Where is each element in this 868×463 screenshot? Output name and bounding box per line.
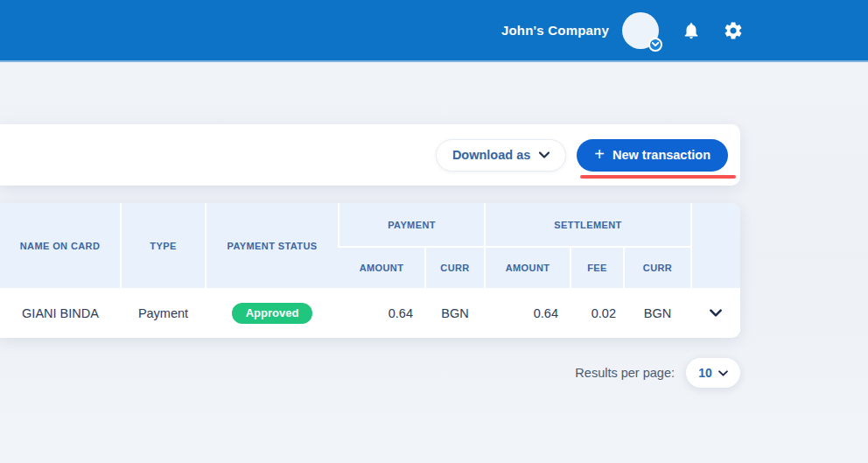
cell-payment-curr: BGN bbox=[425, 288, 485, 338]
new-transaction-label: New transaction bbox=[612, 148, 710, 162]
cell-name-on-card: GIANI BINDA bbox=[0, 288, 121, 338]
column-header-expand bbox=[691, 203, 740, 288]
table-row[interactable]: GIANI BINDA Payment Approved 0.64 BGN 0.… bbox=[0, 288, 740, 338]
plus-icon: + bbox=[594, 145, 605, 163]
column-header-settlement-curr: CURR bbox=[624, 247, 691, 288]
download-as-label: Download as bbox=[452, 148, 530, 162]
chevron-down-icon bbox=[718, 370, 728, 376]
results-per-page-value: 10 bbox=[698, 366, 712, 380]
results-per-page-select[interactable]: 10 bbox=[686, 358, 740, 388]
chevron-down-icon bbox=[539, 151, 550, 158]
pagination-bar: Results per page: 10 bbox=[0, 358, 740, 388]
notifications-button[interactable] bbox=[682, 21, 701, 40]
results-per-page-label: Results per page: bbox=[575, 366, 675, 380]
download-as-button[interactable]: Download as bbox=[436, 139, 566, 172]
status-badge: Approved bbox=[232, 303, 313, 324]
column-header-type: TYPE bbox=[121, 203, 206, 288]
cell-settlement-curr: BGN bbox=[624, 288, 691, 338]
cell-settlement-amount: 0.64 bbox=[485, 288, 570, 338]
bell-icon bbox=[682, 21, 701, 40]
column-group-payment: PAYMENT bbox=[339, 203, 485, 247]
cell-payment-status: Approved bbox=[206, 288, 339, 338]
cell-type: Payment bbox=[121, 288, 206, 338]
transactions-page: Download as + New transaction NAME ON CA… bbox=[0, 124, 740, 388]
top-navigation-bar: John's Company bbox=[0, 0, 868, 62]
column-header-payment-amount: AMOUNT bbox=[339, 247, 425, 288]
transactions-table: NAME ON CARD TYPE PAYMENT STATUS PAYMENT… bbox=[0, 203, 740, 338]
column-header-name-on-card: NAME ON CARD bbox=[0, 203, 121, 288]
chevron-down-icon bbox=[652, 42, 659, 46]
highlight-underline bbox=[580, 175, 736, 179]
cell-settlement-fee: 0.02 bbox=[570, 288, 624, 338]
avatar-badge bbox=[648, 38, 662, 52]
company-name: John's Company bbox=[501, 23, 609, 38]
transactions-table-card: NAME ON CARD TYPE PAYMENT STATUS PAYMENT… bbox=[0, 203, 740, 338]
column-header-payment-curr: CURR bbox=[425, 247, 485, 288]
column-header-payment-status: PAYMENT STATUS bbox=[206, 203, 339, 288]
chevron-down-icon bbox=[691, 309, 740, 317]
column-header-settlement-amount: AMOUNT bbox=[485, 247, 570, 288]
cell-payment-amount: 0.64 bbox=[339, 288, 425, 338]
new-transaction-button[interactable]: + New transaction bbox=[577, 139, 728, 172]
settings-button[interactable] bbox=[723, 20, 744, 41]
account-menu[interactable] bbox=[622, 12, 659, 49]
column-header-settlement-fee: FEE bbox=[570, 247, 624, 288]
column-group-settlement: SETTLEMENT bbox=[485, 203, 691, 247]
table-toolbar: Download as + New transaction bbox=[0, 124, 740, 186]
gear-icon bbox=[723, 20, 744, 41]
row-expand-button[interactable] bbox=[691, 288, 740, 338]
